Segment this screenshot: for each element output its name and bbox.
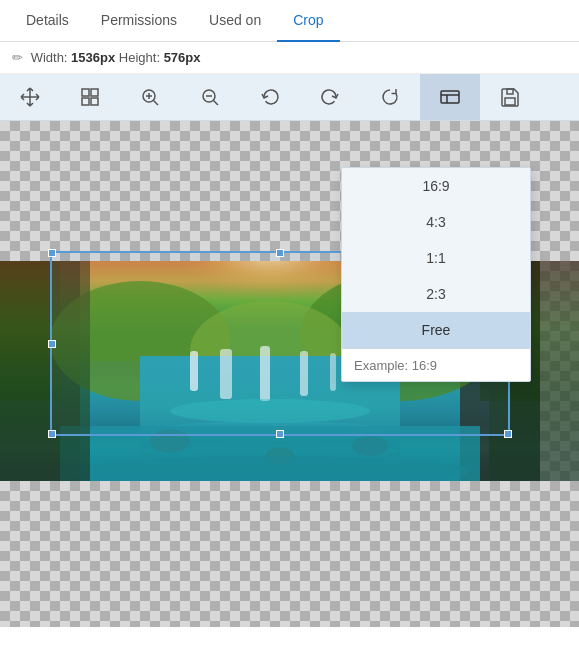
ratio-1-1[interactable]: 1:1 (342, 240, 530, 276)
svg-rect-0 (82, 89, 89, 96)
ratio-free[interactable]: Free (342, 312, 530, 348)
width-value: 1536px (71, 50, 115, 65)
ratio-4-3[interactable]: 4:3 (342, 204, 530, 240)
custom-ratio-input-wrapper (342, 348, 530, 381)
height-value: 576px (164, 50, 201, 65)
handle-left-mid[interactable] (48, 340, 56, 348)
toolbar (0, 74, 579, 121)
custom-ratio-input[interactable] (354, 358, 518, 373)
svg-rect-3 (91, 98, 98, 105)
tab-crop[interactable]: Crop (277, 0, 339, 42)
grid-button[interactable] (60, 74, 120, 120)
handle-bottom-mid[interactable] (276, 430, 284, 438)
aspect-ratio-dropdown: 16:9 4:3 1:1 2:3 Free (341, 167, 531, 382)
svg-line-5 (154, 101, 159, 106)
tab-details[interactable]: Details (10, 0, 85, 42)
reset-button[interactable] (360, 74, 420, 120)
save-button[interactable] (480, 74, 540, 120)
svg-line-9 (214, 101, 219, 106)
pencil-icon: ✏ (12, 50, 23, 65)
handle-top-mid[interactable] (276, 249, 284, 257)
canvas-area: 16:9 4:3 1:1 2:3 Free (0, 121, 579, 627)
transparent-bottom (0, 481, 540, 581)
zoom-in-button[interactable] (120, 74, 180, 120)
handle-bottom-right[interactable] (504, 430, 512, 438)
tab-permissions[interactable]: Permissions (85, 0, 193, 42)
tab-bar: Details Permissions Used on Crop (0, 0, 579, 42)
resize-button[interactable] (420, 74, 480, 120)
handle-top-left[interactable] (48, 249, 56, 257)
height-prefix: Height: (119, 50, 160, 65)
ratio-2-3[interactable]: 2:3 (342, 276, 530, 312)
info-bar: ✏ Width: 1536px Height: 576px (0, 42, 579, 74)
ratio-16-9[interactable]: 16:9 (342, 168, 530, 204)
tab-used-on[interactable]: Used on (193, 0, 277, 42)
svg-rect-2 (82, 98, 89, 105)
move-button[interactable] (0, 74, 60, 120)
svg-rect-14 (507, 89, 513, 94)
svg-rect-11 (441, 91, 459, 103)
handle-bottom-left[interactable] (48, 430, 56, 438)
rotate-left-button[interactable] (240, 74, 300, 120)
rotate-right-button[interactable] (300, 74, 360, 120)
svg-rect-15 (505, 98, 515, 105)
svg-rect-1 (91, 89, 98, 96)
width-label: Width: (31, 50, 68, 65)
zoom-out-button[interactable] (180, 74, 240, 120)
